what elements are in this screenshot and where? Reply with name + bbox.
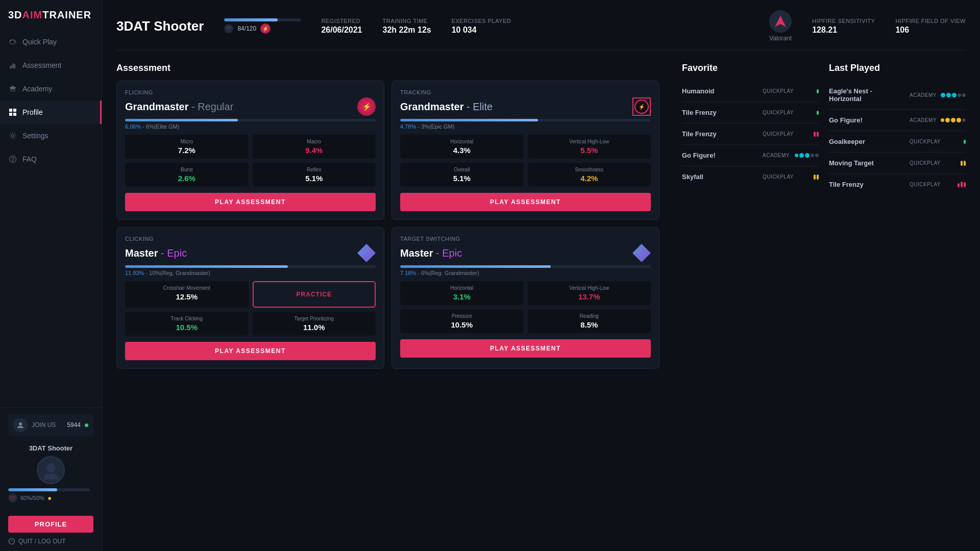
chart-icon — [8, 61, 17, 70]
assessment-title: Assessment — [116, 63, 659, 73]
play-assessment-ts-button[interactable]: PLAY ASSESSMENT — [400, 339, 651, 358]
card-title-row-tracking: Grandmaster - Elite ⚡ — [400, 97, 651, 116]
card-stats-clicking: Crosshair Movement 12.5% PRACTICE Track … — [125, 281, 376, 336]
stat-reading: Reading 8.5% — [528, 309, 651, 333]
fav-type-tilefrenzy2: QUICKPLAY — [763, 131, 798, 137]
assessment-card-clicking: Clicking Master - Epic 11.93% - 10%(Reg.… — [116, 227, 384, 369]
join-us-row[interactable]: JOIN US 5944 — [8, 414, 93, 436]
fav-type-skyfall: QUICKPLAY — [763, 174, 798, 180]
sidebar-progress-bar-bg — [8, 488, 90, 491]
game-icon — [769, 10, 792, 33]
play-assessment-flicking-button[interactable]: PLAY ASSESSMENT — [125, 193, 376, 211]
stat-horizontal: Horizontal 4.3% — [400, 135, 524, 159]
lp-type-eaglesnest: ACADEMY — [910, 92, 945, 98]
stat-fov-value: 106 — [895, 26, 966, 35]
sidebar-item-academy[interactable]: Academy — [0, 77, 102, 101]
rank-icon-target-switching — [632, 244, 651, 262]
sidebar-item-assessment[interactable]: Assessment — [0, 54, 102, 77]
svg-rect-9 — [9, 109, 12, 112]
card-progress-clicking — [125, 265, 376, 268]
svg-point-17 — [46, 463, 56, 472]
sidebar-item-settings-label: Settings — [22, 132, 48, 140]
header-progress: 🛡 84/120 ⚡ — [224, 18, 301, 34]
stat-track-clicking: Track Clicking 10.5% — [125, 312, 249, 336]
game-badge: Valorant — [769, 10, 792, 42]
gold-coin-icon: ● — [47, 494, 52, 502]
sidebar-item-profile[interactable]: Profile — [0, 101, 102, 124]
profile-button[interactable]: PROFILE — [8, 516, 93, 533]
card-stats-flicking: Micro 7.2% Macro 9.4% Burst 2.6% Refle — [125, 135, 376, 187]
stat-exercises-value: 10 034 — [452, 26, 511, 35]
practice-button[interactable]: PRACTICE — [259, 286, 370, 303]
svg-point-13 — [12, 135, 14, 137]
right-panel: Favorite Last Played Humanoid QUICKPLAY — [670, 63, 966, 369]
play-assessment-clicking-button[interactable]: PLAY ASSESSMENT — [125, 342, 376, 360]
lp-icon-goalkeeper — [949, 140, 966, 144]
card-progress-flicking — [125, 119, 376, 121]
lp-icon-movingtarget — [949, 161, 966, 166]
fav-type-gofigure: ACADEMY — [763, 153, 798, 158]
last-played-item-goalkeeper: Goalkeeper QUICKPLAY — [829, 131, 966, 153]
fav-icon-tilefrenzy1 — [802, 111, 819, 115]
practice-button-box[interactable]: PRACTICE — [253, 281, 376, 308]
card-progress-target-switching — [400, 265, 651, 268]
fav-name-humanoid: Humanoid — [682, 87, 758, 95]
stat-hipfire-label: Hipfire Sensitivity — [812, 18, 875, 24]
card-progress-text-target-switching: 7.18% - 6%(Reg. Grandmaster) — [400, 270, 651, 276]
stat-ts-horizontal: Horizontal 3.1% — [400, 281, 524, 305]
header-progress-bar-fill — [224, 18, 278, 21]
sensitivity-group: Hipfire Sensitivity 128.21 Hipfire Field… — [812, 18, 966, 35]
fav-name-gofigure: Go Figure! — [682, 152, 758, 159]
online-dot — [85, 423, 88, 427]
fav-name-tilefrenzy2: Tile Frenzy — [682, 130, 758, 138]
valorant-logo-icon — [773, 14, 788, 29]
sidebar-item-quickplay-label: Quick Play — [22, 38, 57, 46]
quit-logout-row[interactable]: QUIT / LOG OUT — [8, 533, 93, 545]
graduation-icon — [8, 84, 17, 93]
sidebar-item-quickplay[interactable]: Quick Play — [0, 30, 102, 54]
lp-name-gofigure: Go Figure! — [829, 116, 905, 124]
card-title-clicking: Master - Epic — [125, 247, 187, 259]
fav-name-tilefrenzy1: Tile Frenzy — [682, 109, 758, 116]
sidebar-progress-bar-fill — [8, 488, 57, 491]
assessment-card-flicking: Flicking Grandmaster - Regular ⚡ 6.06% -… — [116, 81, 384, 220]
controller-icon — [8, 37, 17, 46]
fav-icon-humanoid — [802, 89, 819, 93]
lp-type-goalkeeper: QUICKPLAY — [910, 139, 945, 144]
card-title-tracking: Grandmaster - Elite — [400, 101, 493, 113]
card-title-flicking: Grandmaster - Regular — [125, 101, 233, 113]
favorite-item-tilefrenzy2: Tile Frenzy QUICKPLAY — [682, 123, 819, 145]
card-stats-tracking: Horizontal 4.3% Vertical High-Low 5.5% O… — [400, 135, 651, 187]
card-category-target-switching: Target Switching — [400, 236, 651, 242]
assessment-card-target-switching: Target Switching Master - Epic 7.18% - 6… — [391, 227, 659, 369]
sections-row: Assessment Flicking Grandmaster - Regula… — [116, 63, 966, 369]
assessment-grid: Flicking Grandmaster - Regular ⚡ 6.06% -… — [116, 81, 659, 369]
lp-name-movingtarget: Moving Target — [829, 159, 905, 167]
stat-target-prioritizing: Target Prioritizing 11.0% — [253, 312, 376, 336]
stat-exercises-label: Exercises Played — [452, 18, 511, 24]
sidebar-item-faq[interactable]: FAQ — [0, 147, 102, 171]
fav-icon-gofigure — [802, 153, 819, 158]
card-title-row-target-switching: Master - Epic — [400, 244, 651, 262]
fav-icon-tilefrenzy2 — [802, 132, 819, 137]
header-rank-badge: ⚡ — [260, 23, 271, 34]
lp-icon-eaglesnest — [949, 93, 966, 97]
rank-icon-tracking: ⚡ — [632, 97, 651, 116]
stat-smoothness: Smoothness 4.2% — [528, 163, 651, 187]
card-title-target-switching: Master - Epic — [400, 247, 462, 259]
lp-icon-tilefrenzy — [949, 182, 966, 187]
sidebar-item-settings[interactable]: Settings — [0, 124, 102, 147]
stat-crosshair-movement: Crosshair Movement 12.5% — [125, 281, 249, 308]
sidebar-navigation: Quick Play Assessment Academy Profile — [0, 30, 102, 407]
sidebar-item-academy-label: Academy — [22, 85, 52, 93]
sidebar-progress-pct: 60%/50% — [20, 495, 44, 501]
stat-training: Training Time 32h 22m 12s — [383, 18, 431, 35]
card-progress-text-flicking: 6.06% - 6%(Elite GM) — [125, 123, 376, 130]
favorite-item-tilefrenzy1: Tile Frenzy QUICKPLAY — [682, 102, 819, 123]
sidebar-progress-bar-wrap: 🛡 60%/50% ● — [8, 488, 93, 503]
card-category-tracking: Tracking — [400, 89, 651, 95]
sidebar-bottom: JOIN US 5944 3DAT Shooter 🛡 60%/50% ● PR — [0, 407, 102, 551]
play-assessment-tracking-button[interactable]: PLAY ASSESSMENT — [400, 193, 651, 211]
favorite-panel: Humanoid QUICKPLAY Tile Frenzy QUICKPLAY — [682, 81, 819, 195]
stat-training-label: Training Time — [383, 18, 431, 24]
